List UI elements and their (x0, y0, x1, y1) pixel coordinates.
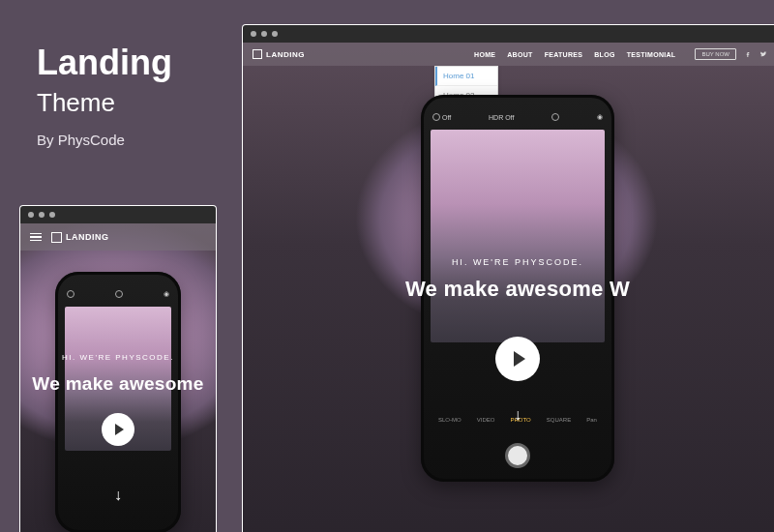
hamburger-icon[interactable] (30, 233, 42, 242)
nav-item-testimonial[interactable]: TESTIMONIAL (627, 51, 676, 58)
brand-logo[interactable]: LANDING (51, 232, 109, 243)
flash-off-icon (67, 290, 74, 298)
brand-mark-icon (253, 49, 262, 59)
phone-status-row: ◉ (67, 287, 169, 301)
flash-off-icon: Off (432, 113, 451, 121)
mode-slomo: SLO-MO (438, 417, 461, 423)
timer-icon (551, 113, 559, 121)
traffic-light-zoom[interactable] (49, 212, 55, 218)
mode-video: VIDEO (477, 417, 495, 423)
camera-swap-icon: ◉ (164, 290, 169, 298)
brand-wordmark: LANDING (266, 50, 305, 59)
traffic-light-zoom[interactable] (272, 31, 278, 37)
brand-wordmark: LANDING (66, 232, 109, 242)
twitter-icon[interactable] (759, 50, 767, 58)
play-button[interactable] (102, 413, 134, 446)
brand-logo[interactable]: LANDING (253, 49, 305, 59)
window-titlebar (243, 25, 774, 43)
brand-mark-icon (51, 232, 62, 243)
theme-title: Landing (37, 44, 172, 82)
window-titlebar (20, 206, 216, 223)
mobile-preview-card: LANDING ◉ HI. WE'RE PHYSCODE. We make aw… (19, 205, 217, 532)
nav-actions: BUY NOW (695, 48, 774, 60)
phone-status-row: Off HDR Off ◉ (432, 110, 603, 124)
play-button[interactable] (495, 337, 540, 381)
scroll-down-arrow[interactable]: ↓ (114, 487, 122, 504)
nav-menu: HOME ABOUT FEATURES BLOG TESTIMONIAL (474, 51, 675, 58)
nav-item-features[interactable]: FEATURES (545, 51, 583, 58)
traffic-light-close[interactable] (28, 212, 34, 218)
theme-info: Landing Theme By PhysCode (37, 44, 172, 148)
mode-square: SQUARE (547, 417, 571, 423)
play-icon (514, 351, 525, 367)
traffic-light-close[interactable] (251, 31, 256, 37)
theme-subtitle: Theme (37, 88, 172, 118)
site-navbar: LANDING HOME ABOUT FEATURES BLOG TESTIMO… (243, 43, 774, 66)
mobile-navbar: LANDING (20, 223, 216, 251)
timer-icon (115, 290, 123, 298)
phone-viewfinder (431, 130, 605, 342)
camera-swap-icon: ◉ (597, 113, 603, 121)
shutter-button-icon (505, 443, 530, 468)
dropdown-item-home-01[interactable]: Home 01 (435, 67, 497, 86)
traffic-light-minimize[interactable] (261, 31, 267, 37)
scroll-down-arrow[interactable]: ↓ (514, 406, 521, 424)
mode-pano: Pan (586, 417, 597, 423)
hdr-label: HDR Off (489, 114, 514, 121)
traffic-light-minimize[interactable] (39, 212, 45, 218)
desktop-preview-card: LANDING HOME ABOUT FEATURES BLOG TESTIMO… (242, 24, 774, 532)
theme-author: By PhysCode (37, 132, 172, 148)
nav-item-about[interactable]: ABOUT (507, 51, 532, 58)
buy-now-button[interactable]: BUY NOW (695, 48, 736, 60)
nav-item-blog[interactable]: BLOG (594, 51, 614, 58)
facebook-icon[interactable] (744, 50, 752, 58)
nav-item-home[interactable]: HOME (474, 51, 495, 58)
play-icon (115, 424, 124, 435)
phone-mockup: Off HDR Off ◉ SLO-MO VIDEO PHOTO SQUARE … (421, 95, 614, 482)
